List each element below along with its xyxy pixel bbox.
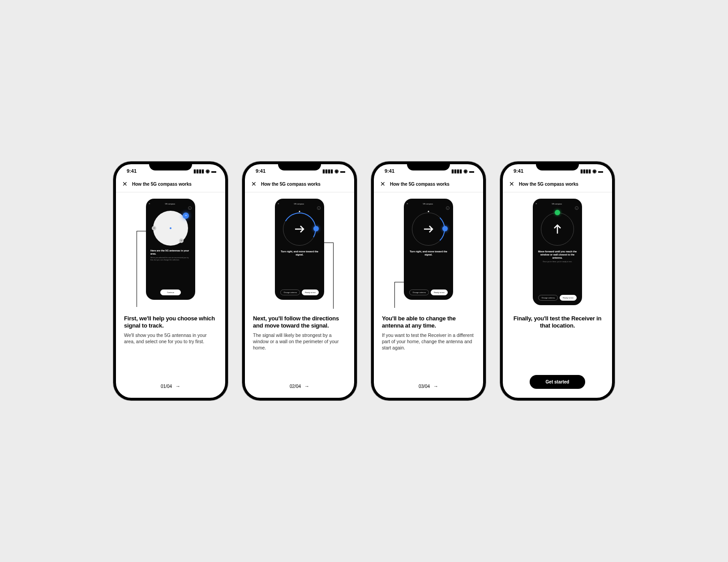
mini-title: 5G compass xyxy=(552,203,562,205)
antenna-pin-selected: 5G xyxy=(183,213,189,219)
mini-phone: × 5G compass i xyxy=(404,199,453,300)
antenna-pin: 5G xyxy=(152,226,156,230)
close-icon[interactable]: ✕ xyxy=(380,180,385,187)
mini-ready-button: Ready to test xyxy=(302,290,319,295)
pager-label: 03/04 xyxy=(419,384,430,389)
screen: 9:41 ▮▮▮▮ ◉ ▬ ✕ How the 5G compass works… xyxy=(503,164,612,398)
page-title: How the 5G compass works xyxy=(132,182,192,187)
wifi-icon: ◉ xyxy=(206,168,210,174)
arrow-right-icon: → xyxy=(304,383,309,389)
notch xyxy=(149,162,192,170)
step-body: If you want to test the Receiver in a di… xyxy=(382,332,475,351)
mini-heading: Turn right, and move toward the signal. xyxy=(408,250,449,256)
close-icon[interactable]: ✕ xyxy=(251,180,257,187)
status-time: 9:41 xyxy=(514,168,523,174)
status-icons: ▮▮▮▮ ◉ ▬ xyxy=(451,168,474,174)
header: ✕ How the 5G compass works xyxy=(503,178,612,192)
signal-icon: ▮▮▮▮ xyxy=(322,168,333,174)
step-heading: Finally, you'll test the Receiver in tha… xyxy=(511,315,604,330)
battery-icon: ▬ xyxy=(469,168,474,174)
mini-close-icon: × xyxy=(278,202,279,205)
compass-target-dot xyxy=(442,226,448,231)
wifi-icon: ◉ xyxy=(334,168,339,174)
arrow-right-icon: → xyxy=(176,383,180,389)
mini-sub: We've pre-selected the one we recommend … xyxy=(150,257,191,261)
phone-mockup-2: 9:41 ▮▮▮▮ ◉ ▬ ✕ How the 5G compass works… xyxy=(242,162,357,400)
mini-close-icon: × xyxy=(535,202,537,205)
antenna-pin: 5G xyxy=(179,238,184,243)
mini-title: 5G compass xyxy=(423,203,433,205)
phone-mockup-3: 9:41 ▮▮▮▮ ◉ ▬ ✕ How the 5G compass works… xyxy=(371,162,486,400)
mini-heading: Turn right, and move toward the signal. xyxy=(279,250,320,256)
close-icon[interactable]: ✕ xyxy=(509,180,514,187)
notch xyxy=(536,162,579,170)
mini-phone: × 5G compass i 5G 5G 5G Here are the 5G … xyxy=(146,199,195,300)
mini-compass xyxy=(283,213,316,246)
battery-icon: ▬ xyxy=(211,168,216,174)
pager-label: 01/04 xyxy=(161,384,172,389)
battery-icon: ▬ xyxy=(598,168,603,174)
pager-label: 02/04 xyxy=(290,384,301,389)
wifi-icon: ◉ xyxy=(463,168,468,174)
screen: 9:41 ▮▮▮▮ ◉ ▬ ✕ How the 5G compass works… xyxy=(245,164,354,398)
mini-info-icon: i xyxy=(188,206,192,210)
pager[interactable]: 03/04 → xyxy=(382,375,475,389)
signal-icon: ▮▮▮▮ xyxy=(580,168,591,174)
notch xyxy=(407,162,450,170)
mini-info-icon: i xyxy=(446,206,450,210)
mini-map: 5G 5G 5G xyxy=(153,211,188,246)
page-title: How the 5G compass works xyxy=(519,182,578,187)
close-icon[interactable]: ✕ xyxy=(122,180,128,187)
compass-target-dot xyxy=(313,226,319,231)
illustration: × 5G compass i xyxy=(382,199,475,311)
mini-phone: × 5G compass i xyxy=(275,199,324,300)
status-time: 9:41 xyxy=(256,168,266,174)
get-started-button[interactable]: Get started xyxy=(530,375,586,389)
status-time: 9:41 xyxy=(127,168,137,174)
header: ✕ How the 5G compass works xyxy=(245,178,354,192)
mini-compass xyxy=(541,213,574,246)
mini-compass xyxy=(412,213,445,246)
mini-title: 5G compass xyxy=(294,203,304,205)
mini-heading: Here are the 5G antennas in your area. xyxy=(150,249,191,255)
mini-change-antenna-button: Change antenna xyxy=(538,295,558,301)
header: ✕ How the 5G compass works xyxy=(116,178,225,192)
signal-icon: ▮▮▮▮ xyxy=(193,168,204,174)
phone-mockup-4: 9:41 ▮▮▮▮ ◉ ▬ ✕ How the 5G compass works… xyxy=(500,162,615,400)
content: × 5G compass i Move forward unt xyxy=(503,192,612,398)
map-center-dot xyxy=(170,227,171,229)
compass-arrow-up-icon xyxy=(541,213,574,246)
header: ✕ How the 5G compass works xyxy=(374,178,483,192)
illustration: × 5G compass i 5G 5G 5G Here are the 5G … xyxy=(124,199,217,311)
mini-change-antenna-button: Change antenna xyxy=(280,290,300,295)
step-heading: First, we'll help you choose which signa… xyxy=(124,315,217,330)
mini-info-icon: i xyxy=(575,206,578,210)
status-time: 9:41 xyxy=(385,168,394,174)
screen: 9:41 ▮▮▮▮ ◉ ▬ ✕ How the 5G compass works… xyxy=(116,164,225,398)
pager[interactable]: 01/04 → xyxy=(124,375,217,389)
compass-arrow-right-icon xyxy=(412,213,445,246)
pager[interactable]: 02/04 → xyxy=(253,375,346,389)
status-icons: ▮▮▮▮ ◉ ▬ xyxy=(322,168,345,174)
step-body: We'll show you the 5G antennas in your a… xyxy=(124,332,217,345)
content: × 5G compass i 5G 5G 5G Here are the 5G … xyxy=(116,192,225,398)
mini-close-icon: × xyxy=(149,202,150,205)
mini-info-icon: i xyxy=(317,206,321,210)
content: × 5G compass i xyxy=(374,192,483,398)
compass-arrow-right-icon xyxy=(283,213,316,246)
wifi-icon: ◉ xyxy=(592,168,597,174)
step-body: The signal will likely be strongest by a… xyxy=(253,332,346,351)
mini-title: 5G compass xyxy=(165,203,175,205)
step-heading: Next, you'll follow the directions and m… xyxy=(253,315,346,330)
mini-close-icon: × xyxy=(407,202,408,205)
battery-icon: ▬ xyxy=(340,168,345,174)
mini-phone: × 5G compass i Move forward unt xyxy=(533,199,582,305)
status-icons: ▮▮▮▮ ◉ ▬ xyxy=(193,168,216,174)
mini-ready-button: Ready to test xyxy=(431,290,448,295)
page-title: How the 5G compass works xyxy=(390,182,450,187)
mini-change-antenna-button: Change antenna xyxy=(409,290,429,295)
arrow-right-icon: → xyxy=(433,383,438,389)
mini-continue-button: Continue xyxy=(160,290,181,295)
phone-mockup-1: 9:41 ▮▮▮▮ ◉ ▬ ✕ How the 5G compass works… xyxy=(113,162,228,400)
signal-icon: ▮▮▮▮ xyxy=(451,168,462,174)
